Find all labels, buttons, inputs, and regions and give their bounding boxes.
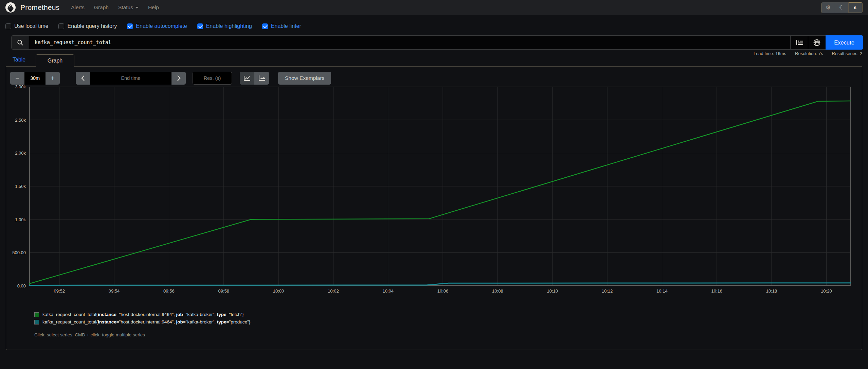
chart-legend: kafka_request_count_total{instance="host… (34, 312, 250, 324)
nav-item-status[interactable]: Status (118, 4, 139, 11)
x-tick-label: 10:06 (433, 288, 453, 294)
auto-theme-button[interactable]: ◐ (849, 2, 862, 13)
end-time-input[interactable] (90, 72, 171, 85)
result-series: Result series: 2 (832, 51, 862, 56)
x-tick-label: 10:12 (597, 288, 617, 294)
checkbox-label: Use local time (14, 23, 48, 29)
checkbox-enable-highlighting[interactable] (197, 23, 203, 29)
main-nav: AlertsGraphStatusHelp (71, 4, 821, 11)
legend-row-0[interactable]: kafka_request_count_total{instance="host… (34, 312, 250, 317)
tree-view-button[interactable] (790, 36, 808, 49)
x-tick-label: 10:10 (542, 288, 563, 294)
nav-item-graph[interactable]: Graph (94, 4, 109, 11)
y-tick-label: 500.00 (6, 250, 26, 255)
execute-button[interactable]: Execute (826, 35, 863, 50)
moon-icon: ☾ (839, 4, 844, 11)
option-enable-highlighting[interactable]: Enable highlighting (197, 23, 252, 29)
series-line-1[interactable] (29, 283, 851, 285)
x-tick-label: 09:56 (159, 288, 179, 294)
x-tick-label: 10:02 (323, 288, 343, 294)
nav-item-alerts[interactable]: Alerts (71, 4, 85, 11)
graph-panel: − + (6, 66, 862, 350)
range-decrease-button[interactable]: − (10, 72, 24, 85)
theme-toggle-group: ⚙☾◐ (821, 2, 863, 13)
y-tick-label: 2.50k (6, 118, 26, 123)
end-time-group (76, 72, 186, 85)
x-tick-label: 10:18 (761, 288, 782, 294)
legend-series-name: kafka_request_count_total{instance="host… (42, 319, 250, 324)
checkbox-label: Enable highlighting (206, 23, 252, 29)
tab-table[interactable]: Table (13, 57, 25, 63)
legend-series-name: kafka_request_count_total{instance="host… (42, 312, 244, 317)
legend-swatch-icon (34, 312, 39, 317)
query-stats: Load time: 16ms Resolution: 7s Result se… (754, 51, 862, 56)
prometheus-logo-icon (5, 2, 16, 13)
chevron-down-icon (135, 7, 139, 8)
checkbox-enable-autocomplete[interactable] (127, 23, 133, 29)
y-tick-label: 0.00 (6, 283, 26, 288)
x-tick-label: 10:04 (378, 288, 398, 294)
search-icon (12, 36, 29, 49)
time-forward-button[interactable] (171, 72, 186, 85)
dark-theme-button[interactable]: ☾ (835, 2, 849, 13)
chart-plot-area[interactable] (29, 87, 851, 286)
checkbox-enable-query-history[interactable] (58, 23, 64, 29)
query-options-row: Use local timeEnable query historyEnable… (0, 15, 868, 29)
option-enable-query-history[interactable]: Enable query history (58, 23, 117, 29)
navbar: Prometheus AlertsGraphStatusHelp ⚙☾◐ (0, 0, 868, 15)
y-tick-label: 1.50k (6, 184, 26, 189)
series-line-0[interactable] (29, 101, 851, 284)
line-chart-button[interactable] (240, 72, 254, 85)
checkbox-enable-linter[interactable] (262, 23, 268, 29)
app-title: Prometheus (20, 3, 59, 12)
legend-hint: Click: select series, CMD + click: toggl… (34, 332, 145, 337)
y-tick-label: 1.00k (6, 217, 26, 222)
range-stepper: − + (10, 72, 60, 85)
option-enable-linter[interactable]: Enable linter (262, 23, 301, 29)
x-tick-label: 09:58 (214, 288, 234, 294)
metrics-explorer-globe-button[interactable] (808, 36, 826, 49)
gear-icon: ⚙ (826, 4, 831, 11)
y-tick-label: 2.00k (6, 151, 26, 156)
y-tick-label: 3.00k (6, 84, 26, 89)
x-tick-label: 10:00 (268, 288, 289, 294)
x-tick-label: 10:20 (816, 288, 836, 294)
x-tick-label: 10:14 (652, 288, 672, 294)
x-tick-label: 09:52 (49, 288, 70, 294)
time-back-button[interactable] (76, 72, 90, 85)
nav-item-help[interactable]: Help (148, 4, 159, 11)
checkbox-label: Enable autocomplete (136, 23, 187, 29)
tab-graph[interactable]: Graph (36, 54, 74, 67)
graph-toolbar: − + (6, 67, 862, 85)
legend-swatch-icon (34, 320, 39, 324)
x-tick-label: 10:08 (487, 288, 508, 294)
x-tick-label: 10:16 (707, 288, 727, 294)
load-time: Load time: 16ms (754, 51, 786, 56)
option-use-local-time[interactable]: Use local time (5, 23, 48, 29)
checkbox-label: Enable query history (67, 23, 117, 29)
chart-type-toggle (240, 72, 269, 85)
range-increase-button[interactable]: + (46, 72, 60, 85)
settings-theme-button[interactable]: ⚙ (821, 2, 835, 13)
resolution-input[interactable] (193, 72, 232, 85)
stacked-chart-button[interactable] (254, 72, 269, 85)
show-exemplars-button[interactable]: Show Exemplars (278, 72, 331, 85)
checkbox-use-local-time[interactable] (5, 23, 11, 29)
x-tick-label: 09:54 (104, 288, 124, 294)
query-row: Execute (0, 29, 868, 50)
resolution: Resolution: 7s (795, 51, 823, 56)
brand[interactable]: Prometheus (5, 2, 59, 13)
option-enable-autocomplete[interactable]: Enable autocomplete (127, 23, 187, 29)
legend-row-1[interactable]: kafka_request_count_total{instance="host… (34, 319, 250, 324)
tabs-row: Table Graph Load time: 16ms Resolution: … (6, 54, 862, 67)
half-contrast-icon: ◐ (853, 4, 857, 11)
query-input[interactable] (29, 36, 790, 49)
query-group: Execute (11, 35, 863, 50)
range-input[interactable] (24, 72, 46, 85)
checkbox-label: Enable linter (271, 23, 301, 29)
